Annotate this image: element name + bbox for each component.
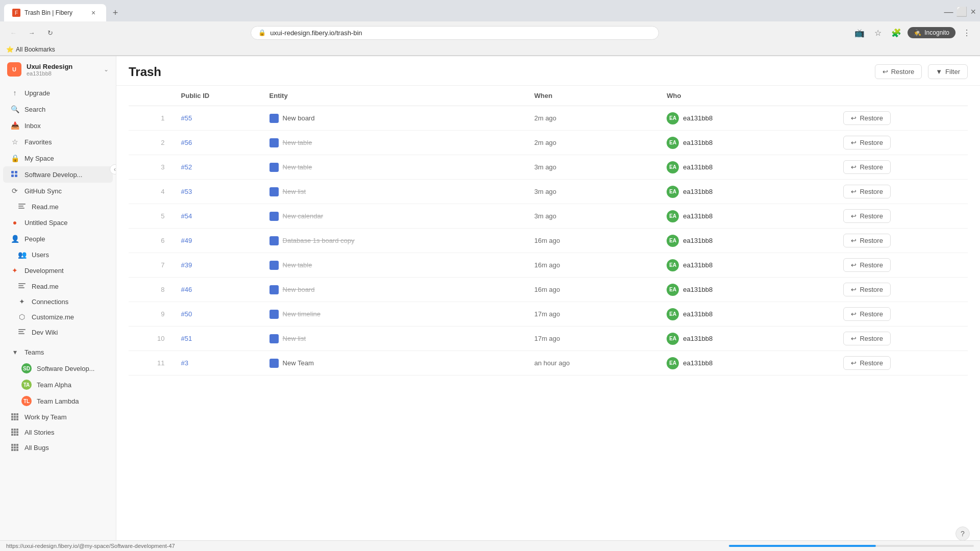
row-restore-button[interactable]: ↩ Restore xyxy=(843,185,891,198)
svg-rect-38 xyxy=(14,449,16,451)
svg-rect-52 xyxy=(271,188,273,191)
close-button[interactable]: × xyxy=(970,7,976,17)
row-entity: New table xyxy=(261,155,526,180)
svg-rect-8 xyxy=(18,285,23,286)
svg-rect-63 xyxy=(274,241,277,243)
svg-rect-58 xyxy=(271,216,273,219)
sidebar-team-software-develop[interactable]: SD Software Develop... xyxy=(3,360,113,377)
user-avatar: EA xyxy=(667,161,679,173)
workspace-header[interactable]: U Uxui Redesign ea131bb8 ⌄ xyxy=(0,56,116,83)
row-restore-button[interactable]: ↩ Restore xyxy=(843,258,891,272)
bookmark-button[interactable]: ☆ xyxy=(871,26,885,40)
cast-button[interactable]: 📺 xyxy=(852,26,867,40)
minimize-button[interactable]: — xyxy=(944,7,953,17)
restore-row-label: Restore xyxy=(860,286,883,293)
svg-rect-73 xyxy=(274,311,277,313)
svg-rect-75 xyxy=(274,314,277,317)
restore-row-icon: ↩ xyxy=(851,261,856,269)
row-id: #3 xyxy=(173,351,261,375)
sidebar-item-users[interactable]: 👥 Users xyxy=(3,247,113,262)
entity-type-icon xyxy=(270,212,279,221)
row-id: #50 xyxy=(173,302,261,327)
row-restore-button[interactable]: ↩ Restore xyxy=(843,307,891,321)
sidebar-collapse-button[interactable]: ‹ xyxy=(110,164,116,174)
row-who: EA ea131bb8 xyxy=(658,106,835,131)
sidebar-item-people[interactable]: 👤 People xyxy=(3,231,113,247)
row-num: 7 xyxy=(129,253,173,278)
sidebar-item-my-space[interactable]: 🔒 My Space xyxy=(3,150,113,166)
sidebar-teams-section-header[interactable]: ▾ Teams xyxy=(3,344,113,360)
sidebar-item-connections[interactable]: ✦ Connections xyxy=(3,294,113,309)
sidebar-item-dev-wiki[interactable]: Dev Wiki xyxy=(3,324,113,340)
row-restore-button[interactable]: ↩ Restore xyxy=(843,209,891,223)
row-who: EA ea131bb8 xyxy=(658,302,835,327)
user-name: ea131bb8 xyxy=(683,286,713,293)
trash-table-container: Public ID Entity When Who xyxy=(116,86,980,540)
new-tab-button[interactable]: + xyxy=(108,6,122,20)
sidebar-item-read-me-2[interactable]: Read.me xyxy=(3,279,113,294)
restore-row-icon: ↩ xyxy=(851,188,856,195)
sidebar-item-customize-me[interactable]: ⬡ Customize.me xyxy=(3,309,113,324)
workspace-info: Uxui Redesign ea131bb8 xyxy=(27,63,99,77)
sidebar-item-label-favorites: Favorites xyxy=(24,138,106,146)
sidebar-item-all-stories[interactable]: All Stories xyxy=(3,424,113,440)
tab-close-button[interactable]: × xyxy=(89,8,98,17)
row-action: ↩ Restore xyxy=(835,180,968,204)
row-restore-button[interactable]: ↩ Restore xyxy=(843,283,891,296)
sidebar-item-github-sync[interactable]: ⟳ GitHub Sync xyxy=(3,183,113,199)
table-row: 4 #53 New list 3m ago EA ea131bb8 ↩ Rest xyxy=(129,180,968,204)
svg-rect-42 xyxy=(271,118,273,121)
row-who: EA ea131bb8 xyxy=(658,278,835,302)
team-avatar-alpha: TA xyxy=(21,380,32,390)
sidebar-item-all-bugs[interactable]: All Bugs xyxy=(3,440,113,455)
row-when: 16m ago xyxy=(526,253,659,278)
all-bugs-icon xyxy=(10,443,19,452)
sidebar-team-lambda[interactable]: TL Team Lambda xyxy=(3,393,113,409)
sidebar-item-work-by-team[interactable]: Work by Team xyxy=(3,409,113,424)
svg-rect-33 xyxy=(16,444,18,446)
maximize-button[interactable]: ⬜ xyxy=(956,6,967,17)
sidebar-item-upgrade[interactable]: ↑ Upgrade xyxy=(3,85,113,101)
svg-rect-71 xyxy=(274,290,277,292)
sidebar-item-label-people: People xyxy=(24,235,106,243)
sidebar-item-software-develop[interactable]: Software Develop... ··· xyxy=(3,166,113,183)
row-restore-button[interactable]: ↩ Restore xyxy=(843,111,891,125)
row-restore-button[interactable]: ↩ Restore xyxy=(843,234,891,247)
entity-type-icon xyxy=(270,138,279,147)
forward-button[interactable]: → xyxy=(24,26,39,40)
sidebar-item-read-me-1[interactable]: Read.me xyxy=(3,199,113,214)
sidebar-item-development[interactable]: ✦ Development xyxy=(3,262,113,279)
sidebar-team-label-software: Software Develop... xyxy=(37,365,106,372)
star-icon: ☆ xyxy=(10,137,19,146)
help-button[interactable]: ? xyxy=(955,527,970,541)
reload-button[interactable]: ↻ xyxy=(43,26,57,40)
sidebar-item-search[interactable]: 🔍 Search xyxy=(3,101,113,117)
svg-rect-51 xyxy=(274,167,277,170)
entity-type-icon xyxy=(270,285,279,294)
sidebar-team-alpha[interactable]: TA Team Alpha xyxy=(3,377,113,393)
menu-button[interactable]: ⋮ xyxy=(960,26,974,40)
row-when: 2m ago xyxy=(526,106,659,131)
row-when: 2m ago xyxy=(526,131,659,155)
row-restore-button[interactable]: ↩ Restore xyxy=(843,136,891,149)
sidebar-item-inbox[interactable]: 📥 Inbox xyxy=(3,117,113,134)
row-restore-button[interactable]: ↩ Restore xyxy=(843,160,891,174)
back-button[interactable]: ← xyxy=(6,26,20,40)
row-restore-button[interactable]: ↩ Restore xyxy=(843,356,891,370)
restore-row-label: Restore xyxy=(860,335,883,342)
incognito-button[interactable]: 🕵 Incognito xyxy=(908,27,955,38)
row-restore-button[interactable]: ↩ Restore xyxy=(843,332,891,345)
address-bar[interactable]: 🔒 uxui-redesign.fibery.io/trash-bin xyxy=(251,26,659,40)
filter-button[interactable]: ▼ Filter xyxy=(928,64,968,79)
sidebar-item-favorites[interactable]: ☆ Favorites xyxy=(3,134,113,150)
sidebar-item-untitled-space[interactable]: ● Untitled Space xyxy=(3,214,113,231)
incognito-label: Incognito xyxy=(924,29,949,36)
svg-rect-81 xyxy=(274,360,277,362)
sidebar-teams-label: Teams xyxy=(24,348,106,356)
entity-type-icon xyxy=(270,261,279,270)
extensions-button[interactable]: 🧩 xyxy=(889,26,903,40)
active-tab[interactable]: F Trash Bin | Fibery × xyxy=(4,4,106,21)
main-actions: ↩ Restore ▼ Filter xyxy=(875,64,968,79)
restore-all-button[interactable]: ↩ Restore xyxy=(875,64,922,79)
svg-rect-40 xyxy=(271,115,273,117)
